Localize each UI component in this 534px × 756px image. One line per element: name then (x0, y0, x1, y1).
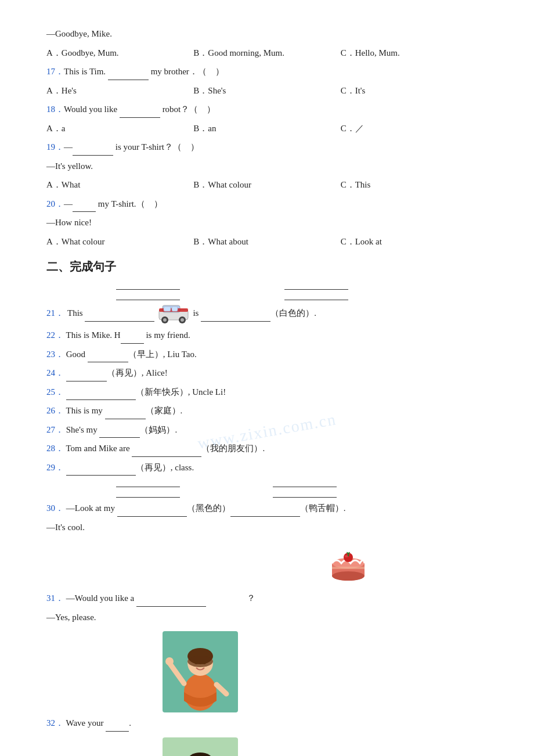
q31-sub: —Yes, please. (46, 609, 488, 626)
q32-row: 32． Wave your . (46, 715, 488, 732)
q24-row: 24． （再见）, Alice! (46, 365, 488, 381)
q24-blank (66, 371, 107, 381)
q30-sub: —It's cool. (46, 519, 488, 536)
q32-section: 32． Wave your . (46, 631, 488, 732)
girl-waving-icon (163, 631, 238, 712)
q29-row: 29． （再见）, class. (46, 459, 488, 476)
q27-blank (99, 427, 140, 438)
svg-rect-15 (332, 567, 365, 569)
q19-blank (73, 145, 113, 156)
svg-point-16 (332, 571, 365, 581)
q28-row: 28． Tom and Mike are （我的朋友们）. (46, 440, 488, 457)
q18-text: 18．Would you like robot？（ ） (46, 101, 488, 118)
cake-image-area (209, 545, 488, 588)
q21-row: 21． This is （白色的）. (46, 301, 488, 325)
q26-row: 26． This is my （家庭）. (46, 402, 488, 419)
q31-section: 31． —Would you like a ？ —Yes, please. (46, 545, 488, 625)
q33-section: 33． Shake your . (46, 737, 488, 757)
q20-options: A．What colour B．What about C．Look at (46, 233, 488, 250)
q20-option-a: A．What colour (46, 233, 193, 250)
q25-blank (66, 390, 136, 400)
q23-blank (88, 352, 128, 362)
svg-rect-7 (164, 307, 171, 311)
svg-point-25 (194, 661, 198, 664)
q18-blank (120, 107, 160, 118)
svg-point-4 (163, 318, 167, 322)
q31-blank (136, 596, 206, 607)
q20-option-c: C．Look at (341, 233, 488, 250)
q21-blank1 (85, 311, 154, 322)
q17-blank (108, 70, 149, 80)
q17-options: A．He's B．She's C．It's (46, 82, 488, 99)
q20-blank (73, 201, 96, 212)
q30-blank2 (230, 506, 300, 517)
q23-row: 23． Good （早上）, Liu Tao. (46, 346, 488, 363)
q22-row: 22． This is Mike. H is my friend. (46, 327, 488, 344)
girl-waving-image (163, 631, 238, 712)
section2-title: 二、完成句子 (46, 259, 488, 275)
q28-blank (132, 447, 201, 457)
q18-option-a: A．a (46, 120, 193, 137)
q29-blank (66, 465, 136, 476)
q21-above-blanks (116, 280, 488, 300)
goodbye-text: —Goodbye, Mike. (46, 29, 112, 38)
q30-row: 30． —Look at my （黑色的）（鸭舌帽）. (46, 500, 488, 517)
q19-sub: —It's yellow. (46, 158, 488, 175)
svg-point-21 (187, 656, 213, 667)
q20-sub: —How nice! (46, 214, 488, 231)
svg-rect-8 (172, 307, 178, 311)
q25-row: 25． （新年快乐）, Uncle Li! (46, 384, 488, 401)
q18-option-b: B．an (193, 120, 340, 137)
q18-option-c: C．／ (341, 120, 488, 137)
cake-icon (329, 545, 368, 585)
q22-blank (121, 333, 144, 344)
goodbye-option-a: A．Goodbye, Mum. (46, 45, 193, 62)
goodbye-options: A．Goodbye, Mum. B．Good morning, Mum. C．H… (46, 45, 488, 62)
goodbye-option-c: C．Hello, Mum. (341, 45, 488, 62)
q26-blank (105, 409, 146, 419)
q21-blank2 (201, 311, 270, 322)
girl2-image (163, 737, 238, 757)
svg-point-6 (181, 318, 184, 322)
q19-text: 19．— is your T-shirt？（ ） (46, 139, 488, 156)
q27-row: 27． She's my （妈妈）. (46, 422, 488, 438)
svg-point-26 (203, 661, 206, 664)
q19-options: A．What B．What colour C．This (46, 177, 488, 193)
q17-option-a: A．He's (46, 82, 193, 99)
blank-above-left (116, 280, 180, 300)
car-icon (158, 301, 189, 325)
q32-blank (106, 721, 129, 732)
q17-option-b: B．She's (193, 82, 340, 99)
girl2-icon (163, 737, 238, 757)
q31-row: 31． —Would you like a ？ (46, 590, 488, 607)
q19-option-a: A．What (46, 177, 193, 193)
q30-above-blanks (116, 478, 488, 498)
q18-options: A．a B．an C．／ (46, 120, 488, 137)
q20-option-b: B．What about (193, 233, 340, 250)
goodbye-line: —Goodbye, Mike. (46, 26, 488, 42)
q20-text: 20．— my T-shirt.（ ） (46, 196, 488, 213)
q19-option-c: C．This (341, 177, 488, 193)
q17-option-c: C．It's (341, 82, 488, 99)
blank-above-right (284, 280, 348, 300)
q19-option-b: B．What colour (193, 177, 340, 193)
q30-blank1 (117, 506, 187, 517)
svg-point-23 (165, 657, 174, 665)
q17-text: 17．This is Tim. my brother．（ ） (46, 63, 488, 80)
svg-rect-14 (348, 553, 349, 556)
goodbye-option-b: B．Good morning, Mum. (193, 45, 340, 62)
